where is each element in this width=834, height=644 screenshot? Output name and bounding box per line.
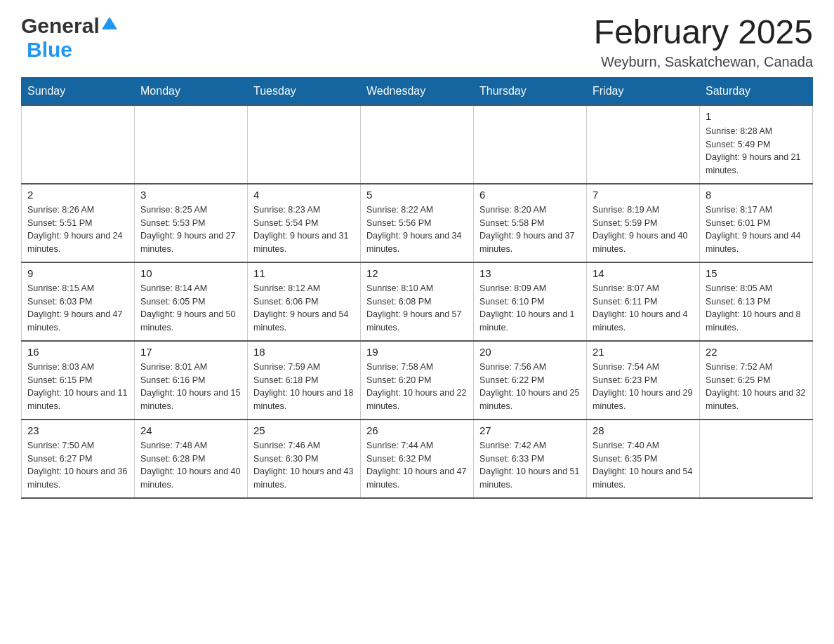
calendar-cell: 1Sunrise: 8:28 AMSunset: 5:49 PMDaylight… (700, 105, 813, 184)
col-header-tuesday: Tuesday (248, 77, 361, 105)
day-info: Sunrise: 8:19 AMSunset: 5:59 PMDaylight:… (593, 203, 694, 256)
title-block: February 2025 Weyburn, Saskatchewan, Can… (594, 14, 813, 70)
calendar-cell: 11Sunrise: 8:12 AMSunset: 6:06 PMDayligh… (248, 262, 361, 341)
day-number: 8 (706, 189, 807, 201)
calendar-week-row: 9Sunrise: 8:15 AMSunset: 6:03 PMDaylight… (22, 262, 813, 341)
page-header: General Blue February 2025 Weyburn, Sask… (21, 14, 813, 70)
day-number: 5 (366, 189, 468, 201)
day-info: Sunrise: 8:14 AMSunset: 6:05 PMDaylight:… (140, 282, 241, 335)
day-info: Sunrise: 8:09 AMSunset: 6:10 PMDaylight:… (479, 282, 581, 335)
calendar-cell: 2Sunrise: 8:26 AMSunset: 5:51 PMDaylight… (22, 184, 135, 262)
day-info: Sunrise: 8:23 AMSunset: 5:54 PMDaylight:… (253, 203, 355, 256)
calendar-week-row: 1Sunrise: 8:28 AMSunset: 5:49 PMDaylight… (22, 105, 813, 184)
day-number: 10 (140, 267, 241, 279)
day-info: Sunrise: 7:44 AMSunset: 6:32 PMDaylight:… (366, 439, 468, 492)
day-number: 26 (366, 424, 468, 436)
calendar-cell: 24Sunrise: 7:48 AMSunset: 6:28 PMDayligh… (135, 420, 248, 498)
calendar-cell: 5Sunrise: 8:22 AMSunset: 5:56 PMDaylight… (361, 184, 474, 262)
calendar-cell: 26Sunrise: 7:44 AMSunset: 6:32 PMDayligh… (361, 420, 474, 498)
svg-marker-0 (102, 17, 117, 29)
month-title: February 2025 (594, 14, 813, 51)
calendar-cell: 13Sunrise: 8:09 AMSunset: 6:10 PMDayligh… (474, 262, 587, 341)
calendar-cell: 4Sunrise: 8:23 AMSunset: 5:54 PMDaylight… (248, 184, 361, 262)
day-info: Sunrise: 7:52 AMSunset: 6:25 PMDaylight:… (706, 361, 807, 413)
col-header-thursday: Thursday (474, 77, 587, 105)
day-number: 14 (593, 267, 694, 279)
day-info: Sunrise: 7:59 AMSunset: 6:18 PMDaylight:… (253, 361, 355, 413)
day-number: 22 (706, 346, 807, 358)
day-info: Sunrise: 8:01 AMSunset: 6:16 PMDaylight:… (140, 361, 241, 413)
calendar-cell: 18Sunrise: 7:59 AMSunset: 6:18 PMDayligh… (248, 341, 361, 420)
day-info: Sunrise: 8:25 AMSunset: 5:53 PMDaylight:… (140, 203, 241, 256)
day-number: 11 (253, 267, 355, 279)
day-info: Sunrise: 7:42 AMSunset: 6:33 PMDaylight:… (479, 439, 581, 492)
day-info: Sunrise: 8:05 AMSunset: 6:13 PMDaylight:… (706, 282, 807, 335)
day-number: 25 (253, 424, 355, 436)
day-number: 6 (479, 189, 581, 201)
calendar-week-row: 2Sunrise: 8:26 AMSunset: 5:51 PMDaylight… (22, 184, 813, 262)
day-number: 24 (140, 424, 241, 436)
calendar-cell: 9Sunrise: 8:15 AMSunset: 6:03 PMDaylight… (22, 262, 135, 341)
day-info: Sunrise: 8:15 AMSunset: 6:03 PMDaylight:… (27, 282, 128, 335)
logo: General Blue (21, 14, 117, 62)
col-header-wednesday: Wednesday (361, 77, 474, 105)
calendar-cell: 28Sunrise: 7:40 AMSunset: 6:35 PMDayligh… (587, 420, 700, 498)
calendar-cell: 22Sunrise: 7:52 AMSunset: 6:25 PMDayligh… (700, 341, 813, 420)
day-info: Sunrise: 8:07 AMSunset: 6:11 PMDaylight:… (593, 282, 694, 335)
calendar-cell (248, 105, 361, 184)
col-header-saturday: Saturday (700, 77, 813, 105)
logo-blue: Blue (27, 38, 72, 61)
logo-general: General (21, 14, 100, 38)
day-number: 1 (706, 110, 807, 122)
day-number: 12 (366, 267, 468, 279)
day-number: 28 (593, 424, 694, 436)
calendar-cell (361, 105, 474, 184)
calendar-cell: 16Sunrise: 8:03 AMSunset: 6:15 PMDayligh… (22, 341, 135, 420)
day-number: 13 (479, 267, 581, 279)
calendar-header-row: SundayMondayTuesdayWednesdayThursdayFrid… (22, 77, 813, 105)
day-number: 2 (27, 189, 128, 201)
calendar-cell: 21Sunrise: 7:54 AMSunset: 6:23 PMDayligh… (587, 341, 700, 420)
calendar-cell: 7Sunrise: 8:19 AMSunset: 5:59 PMDaylight… (587, 184, 700, 262)
day-info: Sunrise: 7:58 AMSunset: 6:20 PMDaylight:… (366, 361, 468, 413)
day-info: Sunrise: 7:56 AMSunset: 6:22 PMDaylight:… (479, 361, 581, 413)
calendar-table: SundayMondayTuesdayWednesdayThursdayFrid… (21, 77, 813, 499)
day-info: Sunrise: 8:22 AMSunset: 5:56 PMDaylight:… (366, 203, 468, 256)
day-info: Sunrise: 7:54 AMSunset: 6:23 PMDaylight:… (593, 361, 694, 413)
col-header-friday: Friday (587, 77, 700, 105)
calendar-cell: 14Sunrise: 8:07 AMSunset: 6:11 PMDayligh… (587, 262, 700, 341)
day-number: 23 (27, 424, 128, 436)
calendar-cell: 20Sunrise: 7:56 AMSunset: 6:22 PMDayligh… (474, 341, 587, 420)
day-number: 20 (479, 346, 581, 358)
calendar-cell: 15Sunrise: 8:05 AMSunset: 6:13 PMDayligh… (700, 262, 813, 341)
day-info: Sunrise: 8:03 AMSunset: 6:15 PMDaylight:… (27, 361, 128, 413)
col-header-sunday: Sunday (22, 77, 135, 105)
calendar-cell (22, 105, 135, 184)
calendar-cell (700, 420, 813, 498)
day-number: 19 (366, 346, 468, 358)
day-number: 21 (593, 346, 694, 358)
logo-arrow-icon (102, 17, 117, 29)
calendar-week-row: 16Sunrise: 8:03 AMSunset: 6:15 PMDayligh… (22, 341, 813, 420)
day-number: 17 (140, 346, 241, 358)
day-info: Sunrise: 8:17 AMSunset: 6:01 PMDaylight:… (706, 203, 807, 256)
day-info: Sunrise: 8:26 AMSunset: 5:51 PMDaylight:… (27, 203, 128, 256)
day-info: Sunrise: 7:46 AMSunset: 6:30 PMDaylight:… (253, 439, 355, 492)
day-info: Sunrise: 8:20 AMSunset: 5:58 PMDaylight:… (479, 203, 581, 256)
day-number: 4 (253, 189, 355, 201)
calendar-cell: 25Sunrise: 7:46 AMSunset: 6:30 PMDayligh… (248, 420, 361, 498)
calendar-cell: 23Sunrise: 7:50 AMSunset: 6:27 PMDayligh… (22, 420, 135, 498)
day-info: Sunrise: 7:50 AMSunset: 6:27 PMDaylight:… (27, 439, 128, 492)
calendar-cell: 17Sunrise: 8:01 AMSunset: 6:16 PMDayligh… (135, 341, 248, 420)
day-info: Sunrise: 8:12 AMSunset: 6:06 PMDaylight:… (253, 282, 355, 335)
day-number: 3 (140, 189, 241, 201)
day-number: 18 (253, 346, 355, 358)
calendar-cell: 8Sunrise: 8:17 AMSunset: 6:01 PMDaylight… (700, 184, 813, 262)
calendar-cell: 27Sunrise: 7:42 AMSunset: 6:33 PMDayligh… (474, 420, 587, 498)
calendar-cell (474, 105, 587, 184)
calendar-week-row: 23Sunrise: 7:50 AMSunset: 6:27 PMDayligh… (22, 420, 813, 498)
day-info: Sunrise: 7:48 AMSunset: 6:28 PMDaylight:… (140, 439, 241, 492)
calendar-cell: 6Sunrise: 8:20 AMSunset: 5:58 PMDaylight… (474, 184, 587, 262)
calendar-cell: 10Sunrise: 8:14 AMSunset: 6:05 PMDayligh… (135, 262, 248, 341)
day-number: 7 (593, 189, 694, 201)
